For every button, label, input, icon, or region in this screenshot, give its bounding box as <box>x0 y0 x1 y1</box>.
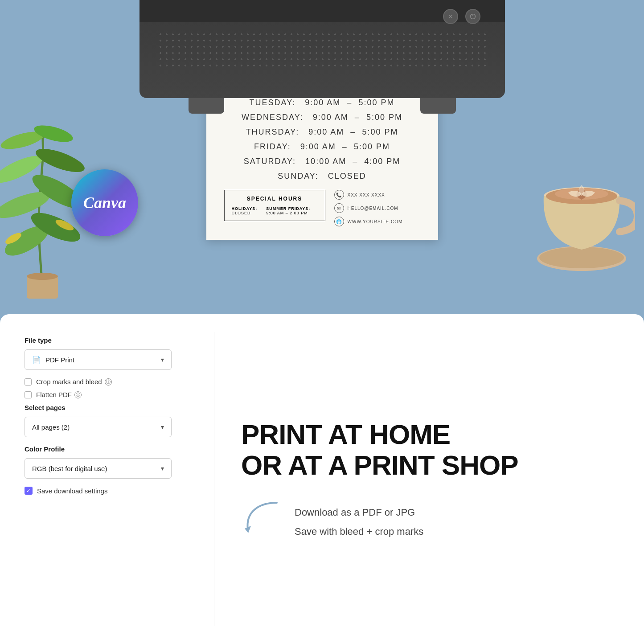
hours-thursday: THURSDAY: 9:00 AM – 5:00 PM <box>224 127 420 137</box>
promo-panel: PRINT AT HOME OR AT A PRINT SHOP Downloa… <box>214 314 644 644</box>
crop-marks-checkbox[interactable] <box>25 378 32 386</box>
x-icon: ✕ <box>448 13 453 20</box>
select-pages-value: All pages (2) <box>32 423 70 431</box>
hours-wednesday: WEDNESDAY: 9:00 AM – 5:00 PM <box>224 113 420 122</box>
coffee-mug-illustration <box>528 125 635 276</box>
crop-marks-info-icon[interactable]: ⓘ <box>105 378 112 386</box>
power-icon <box>470 13 476 20</box>
curved-arrow-icon <box>241 498 286 538</box>
color-profile-chevron-icon: ▾ <box>161 465 164 472</box>
file-type-value: PDF Print <box>45 356 74 364</box>
coffee-svg <box>528 125 635 276</box>
phone-icon: 📞 <box>334 190 344 200</box>
contact-web: WWW.YOURSITE.COM <box>348 219 403 224</box>
select-pages-select[interactable]: All pages (2) ▾ <box>25 417 172 437</box>
special-hours-row: HOLIDAYS: CLOSED SUMMER FRIDAYS: 9:00 AM… <box>232 206 318 215</box>
print-desc-line2: Save with bleed + crop marks <box>295 524 423 539</box>
color-profile-value: RGB (best for digital use) <box>32 465 107 472</box>
hours-friday: FRIDAY: 9:00 AM – 5:00 PM <box>224 142 420 152</box>
download-settings-panel: File type 📄 PDF Print ▾ Crop marks and b… <box>0 314 214 644</box>
contact-web-row: 🌐 WWW.YOURSITE.COM <box>334 217 420 226</box>
hours-saturday: SATURDAY: 10:00 AM – 4:00 PM <box>224 157 420 166</box>
flatten-pdf-row: Flatten PDF ⓘ <box>25 391 189 398</box>
select-pages-label: Select pages <box>25 404 189 411</box>
holidays-value: CLOSED <box>232 211 258 215</box>
canva-logo: Canva <box>71 169 138 236</box>
file-type-label: File type <box>25 336 189 344</box>
select-pages-wrapper: All pages (2) ▾ <box>25 417 172 437</box>
hours-sunday: SUNDAY: CLOSED <box>224 172 420 181</box>
save-settings-label: Save download settings <box>37 487 107 495</box>
color-profile-select[interactable]: RGB (best for digital use) ▾ <box>25 458 172 479</box>
contact-phone-row: 📞 XXX XXX XXXX <box>334 190 420 200</box>
crop-marks-row: Crop marks and bleed ⓘ <box>25 378 189 386</box>
file-type-select-wrapper: 📄 PDF Print ▾ <box>25 349 172 370</box>
special-hours-section: SPECIAL HOURS HOLIDAYS: CLOSED SUMMER FR… <box>224 190 420 226</box>
arrow-container: Download as a PDF or JPG Save with bleed… <box>241 498 617 539</box>
summer-value: 9:00 AM – 2:00 PM <box>266 211 310 215</box>
flatten-pdf-info-icon[interactable]: ⓘ <box>74 391 82 398</box>
email-icon: ✉ <box>334 203 344 213</box>
pages-chevron-icon: ▾ <box>161 423 164 431</box>
top-section: ✕ TUESDAY: 9:00 AM – 5:00 PM WEDNESDAY: … <box>0 0 644 312</box>
print-desc: Download as a PDF or JPG Save with bleed… <box>295 500 423 539</box>
print-title-line2: OR AT A PRINT SHOP <box>241 450 617 480</box>
file-type-select[interactable]: 📄 PDF Print ▾ <box>25 349 172 370</box>
summer-label: SUMMER FRIDAYS: <box>266 206 310 211</box>
contact-email-row: ✉ HELLO@EMAIL.COM <box>334 203 420 213</box>
printer-body: ✕ <box>139 0 505 98</box>
printer-power-button <box>465 9 480 24</box>
color-profile-wrapper: RGB (best for digital use) ▾ <box>25 458 172 479</box>
save-settings-row: ✓ Save download settings <box>25 487 189 495</box>
svg-point-9 <box>33 122 75 145</box>
print-desc-line1: Download as a PDF or JPG <box>295 505 423 520</box>
contact-phone: XXX XXX XXXX <box>348 193 385 197</box>
contact-box: 📞 XXX XXX XXXX ✉ HELLO@EMAIL.COM 🌐 WWW.Y… <box>334 190 420 226</box>
contact-email: HELLO@EMAIL.COM <box>348 206 398 211</box>
svg-point-13 <box>27 273 58 280</box>
print-title: PRINT AT HOME OR AT A PRINT SHOP <box>241 419 617 480</box>
checkmark-icon: ✓ <box>26 488 31 494</box>
hours-tuesday: TUESDAY: 9:00 AM – 5:00 PM <box>224 98 420 107</box>
printer-dots <box>157 31 487 67</box>
bottom-panel: File type 📄 PDF Print ▾ Crop marks and b… <box>0 314 644 644</box>
save-settings-checkbox[interactable]: ✓ <box>25 487 33 495</box>
flatten-pdf-label: Flatten PDF ⓘ <box>36 391 82 398</box>
holidays-label: HOLIDAYS: <box>232 206 258 211</box>
special-hours-title: SPECIAL HOURS <box>232 196 318 202</box>
crop-marks-label: Crop marks and bleed ⓘ <box>36 378 112 386</box>
svg-point-15 <box>539 247 624 268</box>
pdf-file-icon: 📄 <box>32 356 41 364</box>
color-profile-label: Color Profile <box>25 445 189 453</box>
chevron-down-icon: ▾ <box>161 356 164 363</box>
flatten-pdf-checkbox[interactable] <box>25 391 32 398</box>
paper-sheet: TUESDAY: 9:00 AM – 5:00 PM WEDNESDAY: 9:… <box>206 85 438 240</box>
printer-close-button: ✕ <box>443 9 458 24</box>
canva-logo-text: Canva <box>83 193 126 212</box>
web-icon: 🌐 <box>334 217 344 226</box>
print-title-line1: PRINT AT HOME <box>241 419 617 450</box>
special-hours-box: SPECIAL HOURS HOLIDAYS: CLOSED SUMMER FR… <box>224 190 325 221</box>
